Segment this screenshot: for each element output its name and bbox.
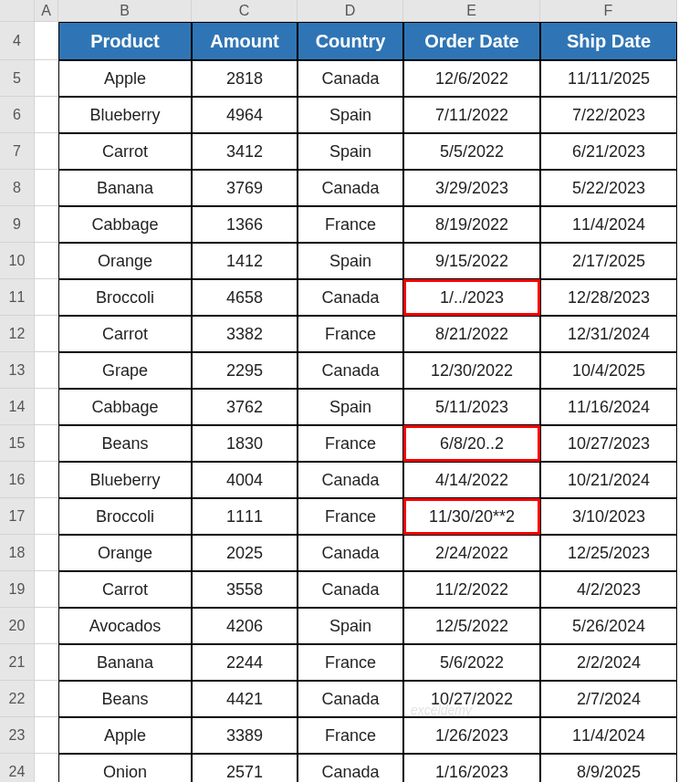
cell-order-date[interactable]: 5/11/2023 <box>403 389 540 425</box>
cell-amount[interactable]: 3769 <box>192 170 298 206</box>
row-header-13[interactable]: 13 <box>0 352 35 389</box>
cell-A17[interactable] <box>35 498 58 535</box>
cell-A5[interactable] <box>35 60 58 97</box>
cell-amount[interactable]: 4658 <box>192 279 298 316</box>
cell-order-date[interactable]: 10/27/2022 <box>403 681 540 717</box>
cell-A11[interactable] <box>35 279 58 316</box>
cell-amount[interactable]: 2295 <box>192 352 298 389</box>
cell-A12[interactable] <box>35 316 58 352</box>
cell-country[interactable]: Canada <box>298 571 403 608</box>
cell-amount[interactable]: 3389 <box>192 717 298 754</box>
cell-ship-date[interactable]: 11/4/2024 <box>540 206 677 243</box>
row-header-10[interactable]: 10 <box>0 243 35 279</box>
cell-order-date[interactable]: 1/16/2023 <box>403 754 540 782</box>
cell-order-date[interactable]: 6/8/20..2 <box>403 425 540 462</box>
cell-amount[interactable]: 2025 <box>192 535 298 571</box>
cell-country[interactable]: Canada <box>298 462 403 498</box>
cell-ship-date[interactable]: 10/4/2025 <box>540 352 677 389</box>
cell-ship-date[interactable]: 2/7/2024 <box>540 681 677 717</box>
cell-amount[interactable]: 2244 <box>192 644 298 681</box>
cell-country[interactable]: Canada <box>298 681 403 717</box>
row-header-8[interactable]: 8 <box>0 170 35 206</box>
cell-country[interactable]: France <box>298 498 403 535</box>
cell-ship-date[interactable]: 11/11/2025 <box>540 60 677 97</box>
cell-A20[interactable] <box>35 608 58 644</box>
cell-A10[interactable] <box>35 243 58 279</box>
cell-order-date[interactable]: 1/26/2023 <box>403 717 540 754</box>
row-header-16[interactable]: 16 <box>0 462 35 498</box>
cell-amount[interactable]: 4004 <box>192 462 298 498</box>
row-header-15[interactable]: 15 <box>0 425 35 462</box>
cell-order-date[interactable]: 3/29/2023 <box>403 170 540 206</box>
row-header-7[interactable]: 7 <box>0 133 35 170</box>
col-header-A[interactable]: A <box>35 0 58 22</box>
cell-product[interactable]: Carrot <box>58 316 192 352</box>
cell-ship-date[interactable]: 6/21/2023 <box>540 133 677 170</box>
header-ship-date[interactable]: Ship Date <box>540 22 677 60</box>
cell-product[interactable]: Broccoli <box>58 279 192 316</box>
cell-product[interactable]: Avocados <box>58 608 192 644</box>
cell-amount[interactable]: 3558 <box>192 571 298 608</box>
col-header-C[interactable]: C <box>192 0 298 22</box>
cell-amount[interactable]: 2818 <box>192 60 298 97</box>
cell-A19[interactable] <box>35 571 58 608</box>
cell-product[interactable]: Grape <box>58 352 192 389</box>
header-country[interactable]: Country <box>298 22 403 60</box>
cell-country[interactable]: France <box>298 425 403 462</box>
cell-ship-date[interactable]: 8/9/2025 <box>540 754 677 782</box>
cell-ship-date[interactable]: 11/4/2024 <box>540 717 677 754</box>
cell-order-date[interactable]: 9/15/2022 <box>403 243 540 279</box>
cell-country[interactable]: France <box>298 316 403 352</box>
cell-country[interactable]: Canada <box>298 535 403 571</box>
cell-product[interactable]: Blueberry <box>58 97 192 133</box>
row-header-6[interactable]: 6 <box>0 97 35 133</box>
cell-amount[interactable]: 4964 <box>192 97 298 133</box>
col-header-E[interactable]: E <box>403 0 540 22</box>
row-header-19[interactable]: 19 <box>0 571 35 608</box>
row-header-17[interactable]: 17 <box>0 498 35 535</box>
header-amount[interactable]: Amount <box>192 22 298 60</box>
cell-country[interactable]: Spain <box>298 243 403 279</box>
cell-ship-date[interactable]: 7/22/2023 <box>540 97 677 133</box>
cell-ship-date[interactable]: 10/21/2024 <box>540 462 677 498</box>
cell-ship-date[interactable]: 5/22/2023 <box>540 170 677 206</box>
cell-country[interactable]: France <box>298 644 403 681</box>
cell-order-date[interactable]: 5/5/2022 <box>403 133 540 170</box>
cell-amount[interactable]: 2571 <box>192 754 298 782</box>
cell-A22[interactable] <box>35 681 58 717</box>
cell-amount[interactable]: 1366 <box>192 206 298 243</box>
cell-product[interactable]: Onion <box>58 754 192 782</box>
cell-order-date[interactable]: 8/19/2022 <box>403 206 540 243</box>
cell-ship-date[interactable]: 12/31/2024 <box>540 316 677 352</box>
cell-order-date[interactable]: 12/6/2022 <box>403 60 540 97</box>
cell-A24[interactable] <box>35 754 58 782</box>
cell-ship-date[interactable]: 2/2/2024 <box>540 644 677 681</box>
cell-order-date[interactable]: 4/14/2022 <box>403 462 540 498</box>
cell-amount[interactable]: 1412 <box>192 243 298 279</box>
col-header-D[interactable]: D <box>298 0 403 22</box>
cell-A21[interactable] <box>35 644 58 681</box>
cell-order-date[interactable]: 12/5/2022 <box>403 608 540 644</box>
row-header-22[interactable]: 22 <box>0 681 35 717</box>
cell-order-date[interactable]: 8/21/2022 <box>403 316 540 352</box>
cell-product[interactable]: Beans <box>58 425 192 462</box>
cell-ship-date[interactable]: 3/10/2023 <box>540 498 677 535</box>
cell-country[interactable]: Spain <box>298 133 403 170</box>
cell-A7[interactable] <box>35 133 58 170</box>
cell-order-date[interactable]: 11/30/20**2 <box>403 498 540 535</box>
cell-country[interactable]: Canada <box>298 279 403 316</box>
cell-ship-date[interactable]: 5/26/2024 <box>540 608 677 644</box>
cell-country[interactable]: Canada <box>298 170 403 206</box>
cell-order-date[interactable]: 12/30/2022 <box>403 352 540 389</box>
cell-product[interactable]: Orange <box>58 243 192 279</box>
row-header-4[interactable]: 4 <box>0 22 35 60</box>
cell-product[interactable]: Carrot <box>58 133 192 170</box>
row-header-21[interactable]: 21 <box>0 644 35 681</box>
cell-country[interactable]: Spain <box>298 608 403 644</box>
col-header-B[interactable]: B <box>58 0 192 22</box>
cell-product[interactable]: Blueberry <box>58 462 192 498</box>
cell-A18[interactable] <box>35 535 58 571</box>
cell-order-date[interactable]: 11/2/2022 <box>403 571 540 608</box>
cell-order-date[interactable]: 1/../2023 <box>403 279 540 316</box>
cell-country[interactable]: France <box>298 717 403 754</box>
